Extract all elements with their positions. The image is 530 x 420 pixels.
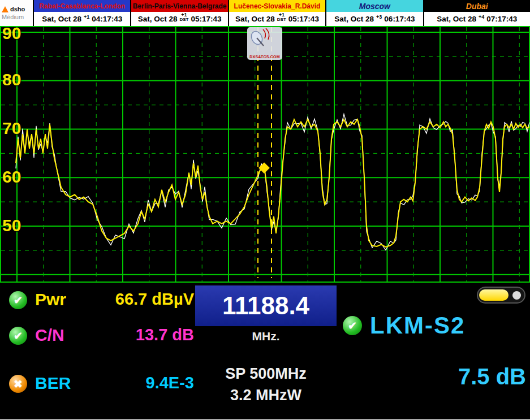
pwr-ok-icon <box>9 291 27 309</box>
cn-ok-icon <box>9 327 27 345</box>
ytick-60: 60 <box>2 168 21 185</box>
clock-panel-dubai[interactable]: Dubai Sat, Oct 28 +4 07:17:43 <box>423 0 530 26</box>
frequency-unit: MHz. <box>195 330 337 343</box>
ytick-50: 50 <box>2 217 21 234</box>
clock-date: Sat, Oct 28 <box>334 15 374 23</box>
clock-city-label: Dubai <box>424 0 530 12</box>
clock-time: Sat, Oct 28 +1DST 05:17:43 <box>229 12 325 26</box>
battery-icon <box>477 287 525 304</box>
satellite-meter-screen: dsho Médium Rabat-Casablanca-London Sat,… <box>0 0 530 420</box>
ytick-80: 80 <box>2 71 21 88</box>
spectrum-chart[interactable]: 90 80 70 60 50 DXSATCS.COM <box>0 26 530 283</box>
transponder-name: LKM-S2 <box>370 314 465 337</box>
battery-fill <box>479 289 509 301</box>
cn-value: 13.7 dB <box>78 327 194 343</box>
clock-bar: dsho Médium Rabat-Casablanca-London Sat,… <box>0 0 530 26</box>
cn-label: C/N <box>35 327 64 344</box>
watermark-text: DXSATCS.COM <box>249 55 279 59</box>
clock-panel-rabat-casablanca-london[interactable]: Rabat-Casablanca-London Sat, Oct 28 +1 0… <box>33 0 130 26</box>
clock-city-label: Moscow <box>326 0 423 12</box>
clock-time: Sat, Oct 28 +1 04:17:43 <box>34 12 130 26</box>
ber-label: BER <box>35 375 71 392</box>
clock-time: Sat, Oct 28 +3 06:17:43 <box>326 12 423 26</box>
clock-dst-flag: DST <box>179 18 188 22</box>
clock-city-label: Rabat-Casablanca-London <box>34 0 130 12</box>
clock-dst-flag: DST <box>277 18 286 22</box>
clock-city-label: Lučenec-Slovakia_R.Dávid <box>229 0 325 12</box>
ytick-90: 90 <box>2 25 21 42</box>
ber-value: 9.4E-3 <box>78 375 194 391</box>
dxsatcs-watermark-logo: DXSATCS.COM <box>247 27 282 60</box>
clock-time-value: 05:17:43 <box>191 15 221 23</box>
vlc-cone-icon <box>2 6 8 12</box>
ytick-70: 70 <box>2 120 21 137</box>
clock-date: Sat, Oct 28 <box>138 15 178 23</box>
link-margin-value: 7.5 dB <box>390 365 526 388</box>
readout-panel: Pwr 66.7 dBµV 11188.4 MHz. C/N 13.7 dB L… <box>0 283 530 420</box>
desktop-icon-sublabel: Médium <box>2 14 33 20</box>
clock-date: Sat, Oct 28 <box>235 15 275 23</box>
clock-utc-offset: +3 <box>376 15 382 20</box>
clock-time-value: 06:17:43 <box>384 15 415 23</box>
clock-utc-offset: +1 <box>84 15 89 20</box>
clock-time: Sat, Oct 28 +4 07:17:43 <box>424 12 530 26</box>
clock-time-value: 05:17:43 <box>288 15 319 23</box>
clock-panel-lucenec-slovakia[interactable]: Lučenec-Slovakia_R.Dávid Sat, Oct 28 +1D… <box>228 0 325 26</box>
frequency-display[interactable]: 11188.4 <box>195 285 337 326</box>
clock-time-value: 07:17:43 <box>486 15 517 23</box>
satellite-dish-icon <box>247 27 272 49</box>
clock-time-value: 04:17:43 <box>92 15 122 23</box>
desktop-icon[interactable]: dsho Médium <box>0 0 33 26</box>
pwr-value: 66.7 dBµV <box>78 291 194 308</box>
ber-fail-icon <box>9 375 27 393</box>
clock-date: Sat, Oct 28 <box>42 15 81 23</box>
clock-date: Sat, Oct 28 <box>437 15 476 23</box>
clock-time: Sat, Oct 28 +1DST 05:17:43 <box>131 12 227 26</box>
clock-city-label: Berlin-Paris-Vienna-Belgrade <box>131 0 227 12</box>
spectrum-trace <box>0 26 530 283</box>
desktop-icon-label: dsho <box>10 6 25 12</box>
battery-tip <box>512 291 521 300</box>
clock-panel-moscow[interactable]: Moscow Sat, Oct 28 +3 06:17:43 <box>325 0 423 26</box>
span-readout: SP 500MHz <box>195 365 337 383</box>
clock-panel-berlin-paris-vienna-belgrade[interactable]: Berlin-Paris-Vienna-Belgrade Sat, Oct 28… <box>130 0 227 26</box>
pwr-label: Pwr <box>35 291 66 308</box>
transponder-ok-icon <box>343 316 362 335</box>
bandwidth-readout: 3.2 MHzW <box>195 387 337 404</box>
clock-utc-offset: +4 <box>479 15 484 20</box>
